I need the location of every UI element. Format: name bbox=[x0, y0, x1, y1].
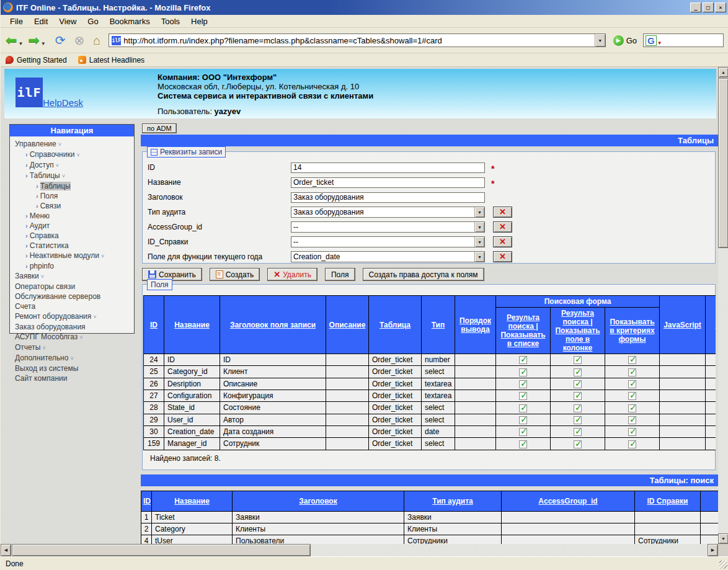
nav-item[interactable]: Обслуживание серверов bbox=[11, 292, 134, 301]
expand-caret-icon[interactable]: ˅ bbox=[62, 173, 65, 179]
checked-checkbox-icon[interactable] bbox=[519, 428, 527, 436]
col-order[interactable]: Порядок вывода bbox=[455, 296, 496, 354]
nav-item[interactable]: Заявки˅ bbox=[11, 271, 134, 282]
expand-caret-icon[interactable]: ˅ bbox=[93, 314, 96, 320]
expand-caret-icon[interactable]: ˅ bbox=[76, 152, 79, 158]
nav-item[interactable]: ›Неактивные модули˅ bbox=[11, 251, 134, 261]
checked-checkbox-icon[interactable] bbox=[574, 356, 582, 364]
menu-edit[interactable]: Edit bbox=[29, 16, 53, 27]
action-button[interactable]: Поля bbox=[325, 268, 355, 281]
field-select[interactable]: --▼ bbox=[291, 236, 485, 247]
nav-item[interactable]: ›Таблицы˅ bbox=[11, 171, 134, 181]
helpdesk-link[interactable]: HelpDesk bbox=[43, 97, 83, 108]
record-fieldset-legend[interactable]: — Реквизиты записи bbox=[147, 146, 226, 158]
field-select[interactable]: Заказ оборудования▼ bbox=[291, 207, 485, 218]
scroll-right-icon[interactable]: ▶ bbox=[708, 544, 718, 556]
nav-item[interactable]: ›Таблицы bbox=[11, 181, 134, 191]
clear-field-button[interactable]: ✕ bbox=[493, 221, 512, 233]
close-button[interactable]: ✕ bbox=[715, 2, 726, 12]
nav-item[interactable]: ›Меню bbox=[11, 211, 134, 221]
url-input[interactable] bbox=[123, 36, 594, 45]
scroll-left-icon[interactable]: ◀ bbox=[1, 544, 11, 556]
col2-accessgroup[interactable]: AccessGroup_id bbox=[502, 491, 635, 512]
col-show-in-criteria[interactable]: Показывать в критериях формы bbox=[605, 308, 660, 354]
expand-caret-icon[interactable]: ˅ bbox=[58, 141, 61, 148]
maximize-button[interactable]: □ bbox=[703, 2, 714, 12]
col2-audit[interactable]: Тип аудита bbox=[404, 491, 502, 512]
col-type[interactable]: Тип bbox=[422, 296, 455, 354]
dropdown-arrow-icon[interactable]: ▼ bbox=[474, 207, 484, 217]
nav-item[interactable]: ›Справка bbox=[11, 231, 134, 241]
url-bar[interactable]: ilF ▼ bbox=[109, 33, 605, 47]
nav-item[interactable]: Дополнительно˅ bbox=[11, 353, 134, 363]
col-cut[interactable]: от bbox=[706, 296, 716, 354]
menu-view[interactable]: View bbox=[53, 16, 82, 27]
checked-checkbox-icon[interactable] bbox=[519, 440, 527, 448]
menu-tools[interactable]: Tools bbox=[156, 16, 185, 27]
nav-item[interactable]: ›Аудит bbox=[11, 221, 134, 231]
col-show-in-list[interactable]: Результа поиска | Показывать в списке bbox=[496, 308, 551, 354]
menu-file[interactable]: File bbox=[4, 16, 29, 27]
checked-checkbox-icon[interactable] bbox=[574, 380, 582, 388]
resize-grip[interactable] bbox=[719, 561, 727, 569]
checked-checkbox-icon[interactable] bbox=[519, 404, 527, 412]
menu-go[interactable]: Go bbox=[82, 16, 104, 27]
checked-checkbox-icon[interactable] bbox=[628, 392, 636, 400]
field-input[interactable] bbox=[291, 163, 485, 173]
checked-checkbox-icon[interactable] bbox=[628, 440, 636, 448]
field-select[interactable]: --▼ bbox=[291, 221, 485, 233]
back-button[interactable]: ⬅ bbox=[6, 33, 17, 47]
dropdown-arrow-icon[interactable]: ▼ bbox=[474, 237, 484, 247]
horizontal-scrollbar[interactable]: ◀ ▶ bbox=[1, 544, 718, 556]
vertical-scroll-thumb[interactable] bbox=[718, 78, 728, 248]
menu-help[interactable]: Help bbox=[185, 16, 213, 27]
menu-bookmarks[interactable]: Bookmarks bbox=[104, 16, 156, 27]
col2-id[interactable]: ID bbox=[141, 491, 152, 512]
nav-item[interactable]: Заказ оборудования bbox=[11, 322, 134, 332]
checked-checkbox-icon[interactable] bbox=[519, 392, 527, 400]
checked-checkbox-icon[interactable] bbox=[574, 428, 582, 436]
checked-checkbox-icon[interactable] bbox=[628, 404, 636, 412]
col2-title[interactable]: Заголовок bbox=[233, 491, 404, 512]
checked-checkbox-icon[interactable] bbox=[574, 368, 582, 376]
expand-caret-icon[interactable]: ˅ bbox=[101, 253, 104, 259]
adm-tab-button[interactable]: по ADM bbox=[142, 123, 177, 133]
col-id[interactable]: ID bbox=[144, 296, 164, 354]
back-dropdown-icon[interactable]: ▼ bbox=[18, 41, 23, 47]
checked-checkbox-icon[interactable] bbox=[519, 416, 527, 424]
field-select[interactable]: Creation_date▼ bbox=[291, 251, 485, 262]
expand-caret-icon[interactable]: ˅ bbox=[41, 274, 44, 280]
scroll-up-icon[interactable]: ▲ bbox=[718, 67, 728, 78]
fields-fieldset-legend[interactable]: Поля bbox=[147, 279, 172, 290]
nav-item[interactable]: Выход из системы bbox=[11, 363, 134, 373]
nav-item[interactable]: Счета bbox=[11, 301, 134, 311]
checked-checkbox-icon[interactable] bbox=[628, 368, 636, 376]
dropdown-arrow-icon[interactable]: ▼ bbox=[474, 252, 484, 262]
minimize-button[interactable]: _ bbox=[690, 2, 701, 12]
checked-checkbox-icon[interactable] bbox=[574, 392, 582, 400]
nav-item[interactable]: ›Доступ˅ bbox=[11, 160, 134, 171]
checked-checkbox-icon[interactable] bbox=[628, 356, 636, 364]
forward-dropdown-icon[interactable]: ▼ bbox=[41, 41, 46, 47]
expand-caret-icon[interactable]: ˅ bbox=[42, 345, 45, 351]
nav-item[interactable]: Ремонт оборудования˅ bbox=[11, 311, 134, 322]
checked-checkbox-icon[interactable] bbox=[574, 404, 582, 412]
action-button[interactable]: Создать права доступа к полям bbox=[363, 268, 484, 281]
action-button[interactable]: ✕Удалить bbox=[267, 268, 317, 281]
url-history-dropdown-icon[interactable]: ▼ bbox=[595, 34, 605, 47]
clear-field-button[interactable]: ✕ bbox=[493, 236, 512, 247]
col-javascript[interactable]: JavaScript bbox=[660, 296, 706, 354]
nav-item[interactable]: ›Статистика bbox=[11, 241, 134, 251]
checked-checkbox-icon[interactable] bbox=[628, 428, 636, 436]
reload-button[interactable]: ⟳ bbox=[55, 34, 66, 47]
action-button[interactable]: Создать bbox=[210, 268, 260, 281]
nav-item[interactable]: Операторы связи bbox=[11, 282, 134, 292]
col-table[interactable]: Таблица bbox=[369, 296, 422, 354]
col2-name[interactable]: Название bbox=[152, 491, 233, 512]
home-button[interactable]: ⌂ bbox=[93, 34, 100, 47]
vertical-scrollbar[interactable]: ▲ ▼ bbox=[718, 67, 728, 544]
nav-item[interactable]: ›Справочники˅ bbox=[11, 149, 134, 160]
col-title[interactable]: Заголовок поля записи bbox=[220, 296, 326, 354]
field-input[interactable] bbox=[291, 177, 485, 188]
expand-caret-icon[interactable]: ˅ bbox=[79, 334, 82, 341]
